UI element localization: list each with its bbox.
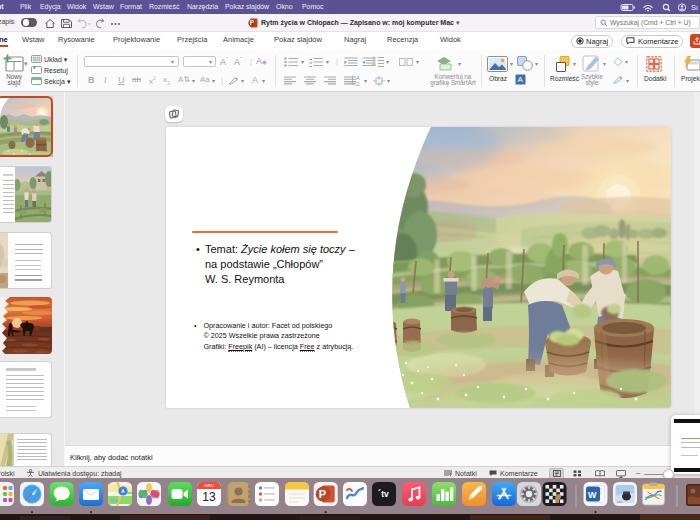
- svg-text:W: W: [588, 490, 597, 500]
- svg-text:A: A: [517, 75, 523, 84]
- svg-text:P: P: [250, 19, 255, 26]
- svg-text:tv: tv: [381, 489, 389, 499]
- svg-text:13: 13: [202, 490, 216, 504]
- svg-text:Z: Z: [356, 81, 360, 86]
- svg-text:GRU: GRU: [204, 483, 214, 488]
- svg-text:Sob: Sob: [691, 3, 698, 12]
- svg-text:P: P: [319, 488, 326, 500]
